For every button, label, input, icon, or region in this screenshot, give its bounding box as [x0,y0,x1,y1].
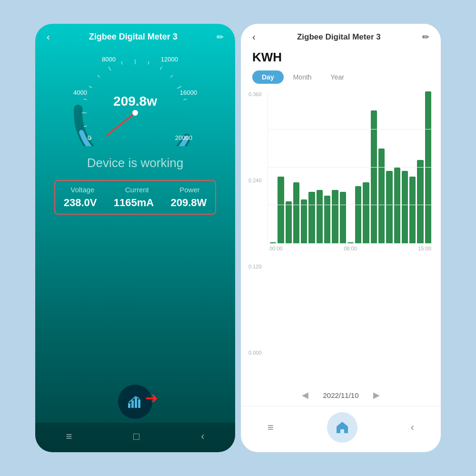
y-labels: 0.000 0.120 0.240 0.360 [248,91,262,356]
svg-line-13 [183,99,187,100]
gauge-label-20000: 20000 [175,134,192,141]
svg-rect-21 [128,403,130,408]
svg-line-7 [121,61,122,65]
svg-line-14 [84,126,87,127]
bar-6 [317,190,323,243]
svg-line-9 [148,61,149,65]
bar-chart [268,91,433,244]
svg-line-10 [160,67,162,69]
date-next[interactable]: ▶ [373,390,380,400]
y-label-120: 0.120 [248,264,262,269]
left-nav-home[interactable]: □ [133,430,139,443]
svg-line-12 [177,86,181,89]
right-back-arrow[interactable]: ‹ [252,31,256,42]
bar-3 [293,182,299,243]
y-label-240: 0.240 [248,178,262,183]
voltage-label: Voltage [70,186,94,194]
home-icon [335,420,350,435]
left-back-arrow[interactable]: ‹ [47,31,50,42]
home-button[interactable] [327,412,357,443]
gauge-label-12000: 12000 [161,56,178,63]
device-status: Device is working [87,156,183,170]
left-bottom-nav: ≡ □ ‹ [35,423,235,452]
gauge-label-16000: 16000 [180,89,197,96]
bar-7 [324,196,330,243]
right-nav-menu[interactable]: ≡ [268,421,274,434]
power-value: 209.8W [170,197,207,209]
right-header: ‹ Zigbee Digital Meter 3 ✏ [241,24,441,46]
svg-line-5 [98,75,100,78]
date-prev[interactable]: ◀ [302,390,308,400]
bar-18 [409,177,416,243]
date-display: 2022/11/10 [323,391,358,399]
stats-box: Voltage Current Power 238.0V 1165mA 209.… [54,180,216,215]
bar-20 [425,91,431,243]
grid-line-1 [268,205,433,205]
left-edit-icon[interactable]: ✏ [217,32,224,42]
x-label-00: 00:00 [269,246,283,251]
y-label-0: 0.000 [248,350,262,356]
x-label-08: 08:00 [344,246,357,251]
x-labels: 00:00 08:00 15:00 [268,244,433,251]
bar-14 [378,149,385,243]
voltage-value: 238.0V [64,197,97,209]
svg-line-4 [89,86,92,88]
left-phone: ‹ Zigbee Digital Meter 3 ✏ 8000 12000 40… [35,24,235,452]
left-phone-title: Zigbee Digital Meter 3 [89,32,178,42]
gauge-label-0: 0 [88,134,91,141]
bar-2 [286,201,292,243]
grid-line-3 [268,129,433,129]
right-nav-back[interactable]: ‹ [411,421,414,434]
bar-19 [417,160,423,243]
gauge-label-4000: 4000 [73,89,87,96]
bar-9 [340,192,346,243]
grid-line-2 [268,167,433,168]
left-nav-menu[interactable]: ≡ [66,430,72,443]
svg-rect-22 [131,400,134,408]
current-value: 1165mA [114,197,154,209]
svg-rect-24 [138,399,140,408]
svg-line-11 [170,75,173,78]
gauge-value: 209.8w [113,94,157,109]
right-phone-title: Zigbee Digital Meter 3 [297,32,381,42]
x-label-15: 15:00 [418,246,431,251]
right-phone: ‹ Zigbee Digital Meter 3 ✏ KWH Day Month… [241,24,441,452]
tab-day[interactable]: Day [252,70,284,84]
svg-line-19 [107,113,135,136]
svg-line-3 [84,99,87,100]
tab-month[interactable]: Month [284,70,321,84]
date-nav: ◀ 2022/11/10 ▶ [241,384,441,406]
power-label: Power [179,186,200,194]
bar-8 [332,190,338,243]
gauge-label-8000: 8000 [102,56,116,63]
chart-area: 0.000 0.120 0.240 0.360 00:00 08:00 15:0… [241,91,441,384]
svg-line-6 [109,67,111,71]
bar-11 [355,186,361,243]
bar-17 [402,171,408,243]
bar-5 [308,192,315,243]
svg-rect-23 [135,397,137,408]
left-nav-back[interactable]: ‹ [201,430,204,443]
bar-4 [301,199,307,243]
stats-values: 238.0V 1165mA 209.8W [55,197,215,209]
tab-bar: Day Month Year [241,70,441,84]
y-label-360: 0.360 [248,91,262,97]
svg-point-20 [132,110,138,116]
bar-15 [386,171,392,243]
chart-icon [126,393,144,411]
bar-0 [270,242,276,243]
left-header: ‹ Zigbee Digital Meter 3 ✏ [35,24,235,46]
kwh-title: KWH [241,46,441,70]
current-label: Current [125,186,149,194]
tab-year[interactable]: Year [321,70,354,84]
bar-10 [347,242,354,243]
right-bottom-nav: ≡ ‹ [241,406,441,452]
bar-12 [363,182,369,243]
gauge-container: 8000 12000 4000 16000 0 20000 [69,51,202,146]
bar-13 [371,110,377,243]
red-arrow: ➔ [145,389,158,407]
bar-16 [394,168,400,244]
stats-labels: Voltage Current Power [55,186,215,194]
right-edit-icon[interactable]: ✏ [422,32,429,42]
bar-1 [278,177,284,243]
